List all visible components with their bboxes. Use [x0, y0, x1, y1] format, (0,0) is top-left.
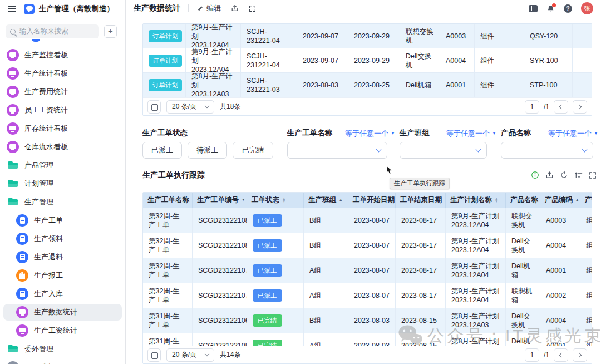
column-header[interactable]: 产品名称 — [506, 193, 540, 208]
sidebar-item[interactable]: 生产费用统计 — [3, 83, 122, 100]
work-order-code-cell: SCGD23122107 — [193, 258, 247, 283]
table-row[interactable]: 订单计划 第8月-生产计划 2023.12A03 SCJH-231221-03 … — [143, 73, 592, 97]
refresh-button[interactable] — [560, 171, 568, 179]
share-button[interactable] — [231, 4, 239, 12]
team-cell: A组 — [304, 333, 348, 346]
sidebar-item[interactable]: 生产退料 — [3, 249, 122, 265]
avatar[interactable]: 张 — [581, 2, 593, 14]
status-filter-pending[interactable]: 待派工 — [188, 142, 227, 159]
search-input[interactable]: 输入名称来搜索 — [6, 24, 99, 38]
sidebar-item[interactable]: 生产工资统计 — [3, 322, 122, 339]
sidebar-item[interactable]: 管理后台 — [3, 359, 122, 364]
work-order-name-operator[interactable]: 等于任意一个▼ — [345, 129, 395, 139]
team-select[interactable] — [400, 142, 487, 159]
start-date-cell: 2023-08-07 — [348, 208, 396, 233]
table-row[interactable]: 订单计划 第9月-生产计划 2023.12A04 SCJH-231221-04 … — [143, 24, 592, 48]
hamburger-menu-icon[interactable] — [8, 8, 16, 9]
sidebar-item[interactable]: 产品管理 — [3, 157, 122, 174]
product-name-cell: Dell交换机 — [506, 233, 540, 258]
current-page-input[interactable]: 1 — [525, 100, 539, 114]
next-page-button[interactable] — [573, 348, 587, 362]
work-order-name-cell: 第32周-生产工单 — [143, 233, 193, 258]
sidebar-item[interactable]: 生产报工 — [3, 267, 122, 284]
edit-button[interactable]: 编辑 — [196, 3, 221, 13]
product-name-cell: 联想交换机 — [400, 24, 440, 48]
column-header[interactable]: 工单开始日期 — [348, 193, 396, 208]
sidebar-item[interactable]: 委外管理 — [3, 341, 122, 357]
sidebar-item[interactable]: 员工工资统计 — [3, 102, 122, 119]
order-plan-badge: 订单计划 — [149, 30, 182, 42]
info-button[interactable] — [531, 171, 539, 179]
plan-name-cell: 第9月-生产计划 2023.12A04 — [446, 258, 506, 283]
current-page-input[interactable]: 1 — [525, 348, 539, 362]
expand-button[interactable] — [589, 171, 597, 179]
product-select[interactable] — [501, 142, 593, 159]
table-row[interactable]: 第32周-生产工单 SCGD23122107 已派工 A组 2023-08-07… — [143, 283, 592, 308]
status-filter-dispatched[interactable]: 已派工 — [142, 142, 182, 159]
fullscreen-button[interactable] — [249, 5, 256, 12]
search-placeholder: 输入名称来搜索 — [19, 27, 68, 36]
status-badge: 已派工 — [253, 214, 282, 227]
table-row[interactable]: 第32周-生产工单 SCGD23122108 已派工 B组 2023-08-07… — [143, 208, 592, 233]
work-order-name-cell: 第32周-生产工单 — [143, 283, 193, 308]
product-code-cell: A0003 — [440, 24, 475, 48]
caret-down-icon: ▼ — [391, 131, 395, 136]
team-cell: B组 — [304, 308, 348, 333]
prev-page-button[interactable] — [554, 100, 568, 114]
table-row[interactable]: 第31周-生产工单 SCGD23122106 已完结 B组 2023-08-03… — [143, 308, 592, 333]
table-row[interactable]: 订单计划 第9月-生产计划 2023.12A04 SCJH-231221-04 … — [143, 48, 592, 73]
team-cell: B组 — [304, 233, 348, 258]
app-logo-icon — [24, 4, 35, 14]
sidebar-item[interactable]: 生产监控看板 — [3, 47, 122, 63]
column-label: 工单状态 — [252, 195, 279, 205]
column-settings-button[interactable] — [147, 100, 161, 114]
table-row[interactable]: 第32周-生产工单 SCGD23122107 已派工 A组 2023-08-07… — [143, 258, 592, 283]
work-order-name-select[interactable] — [287, 142, 387, 159]
plan-name-cell: 第8月-生产计划 2023.12A03 — [186, 73, 241, 97]
sort-icon — [242, 199, 245, 201]
status-badge: 已派工 — [253, 239, 282, 252]
add-button[interactable]: + — [104, 25, 117, 38]
table-row[interactable]: 第31周-生产工单 SCGD23122105 已完结 A组 2023-08-03… — [143, 333, 592, 346]
column-header[interactable]: 工单状态 — [247, 193, 304, 208]
column-header[interactable]: 产品编码 — [540, 193, 580, 208]
product-name-cell: Dell机箱 — [400, 73, 440, 97]
work-order-name-filter-label: 生产工单名称 — [287, 128, 332, 138]
column-header[interactable]: 生产班组 — [304, 193, 348, 208]
product-operator[interactable]: 等于任意一个▼ — [548, 129, 598, 139]
notifications-button[interactable] — [546, 4, 555, 13]
next-page-button[interactable] — [573, 100, 587, 114]
column-header[interactable]: 产 — [580, 193, 592, 208]
column-settings-button[interactable] — [147, 348, 161, 362]
sidebar-item[interactable]: 生产统计看板 — [3, 65, 122, 82]
product-spec-cell: SYR-100 — [524, 48, 573, 72]
end-date-cell: 2023-08-17 — [396, 233, 446, 258]
column-header[interactable]: 生产工单名称 — [143, 193, 193, 208]
work-order-table-title: 生产工单执行跟踪 — [142, 170, 205, 180]
status-filter-finished[interactable]: 已完结 — [233, 142, 273, 159]
export-button[interactable] — [545, 171, 554, 179]
sidebar-item[interactable]: 计划管理 — [3, 175, 122, 192]
sidebar-item[interactable]: 仓库流水看板 — [3, 139, 122, 155]
table-row[interactable]: 第32周-生产工单 SCGD23122108 已派工 B组 2023-08-07… — [143, 233, 592, 258]
sidebar-item[interactable]: 生产入库 — [3, 286, 122, 302]
start-date-cell: 2023-08-03 — [348, 333, 396, 346]
page-size-select[interactable]: 20 条/页 — [166, 100, 214, 114]
prev-page-button[interactable] — [554, 348, 568, 362]
help-icon[interactable] — [564, 4, 572, 13]
sidebar-item[interactable]: 库存统计看板 — [3, 120, 122, 137]
team-operator[interactable]: 等于任意一个▼ — [446, 129, 496, 139]
column-header[interactable]: 生产工单编号 — [193, 193, 247, 208]
column-header[interactable]: 生产计划名称 — [446, 193, 506, 208]
page-size-select[interactable]: 20 条/页 — [166, 348, 214, 362]
sidebar-item[interactable]: 生产数据统计 — [3, 304, 122, 321]
sidebar-item[interactable]: 生产领料 — [3, 230, 122, 247]
sidebar-item-label: 委外管理 — [24, 344, 53, 354]
sidebar-item[interactable]: 生产管理 — [3, 194, 122, 210]
sidebar-item-label: 仓库流水看板 — [24, 142, 68, 152]
panel-toggle-icon[interactable] — [529, 5, 538, 12]
sidebar-item[interactable]: 生产工单 — [3, 212, 122, 229]
work-order-table-header: 生产工单名称 生产工单编号 工单状态 — [143, 193, 592, 208]
sort-settings-button[interactable] — [574, 171, 583, 179]
column-header[interactable]: 工单结束日期 — [396, 193, 446, 208]
